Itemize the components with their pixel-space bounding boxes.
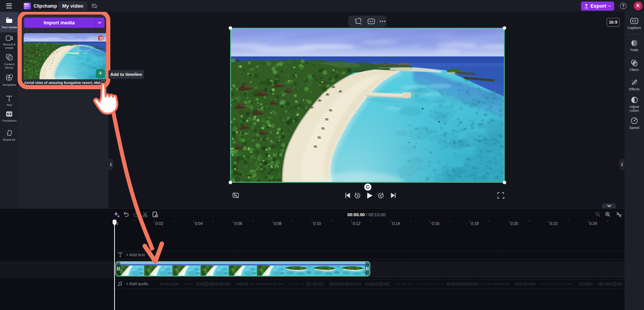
svg-text:5: 5 — [357, 194, 359, 198]
svg-text:5: 5 — [380, 194, 382, 198]
